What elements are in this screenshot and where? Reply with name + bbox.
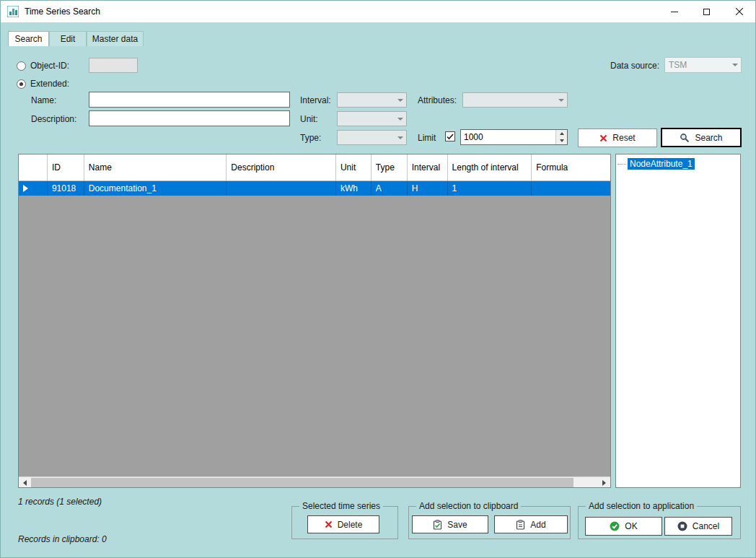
extended-label: Extended:: [30, 79, 69, 89]
red-x-icon: [325, 520, 333, 528]
interval-combo: [337, 92, 407, 108]
limit-checkbox[interactable]: [445, 131, 455, 141]
ok-button-label: OK: [625, 521, 637, 531]
data-source-combo-arrow: [729, 58, 741, 72]
name-label: Name:: [31, 95, 56, 105]
cell-unit: kWh: [336, 181, 372, 196]
attribute-tree-panel: NodeAttribute_1: [615, 154, 741, 488]
clipboard-status: Records in clipboard: 0: [18, 534, 107, 544]
grid-header-selector: [19, 154, 48, 180]
scroll-right-button[interactable]: [598, 477, 610, 488]
grid-row-selected[interactable]: 91018 Documentation_1 kWh A H 1: [19, 181, 610, 196]
arrow-right-icon: [602, 480, 606, 486]
selected-time-series-group-title: Selected time series: [299, 501, 383, 511]
object-id-label: Object-ID:: [30, 61, 69, 71]
grid-header-id[interactable]: ID: [48, 154, 84, 180]
reset-button[interactable]: Reset: [578, 128, 657, 147]
arrow-up-icon: [560, 132, 564, 135]
attributes-label: Attributes:: [418, 95, 457, 105]
interval-label: Interval:: [300, 95, 331, 105]
current-row-arrow-icon: [23, 185, 28, 192]
grid-header-name[interactable]: Name: [84, 154, 227, 180]
time-series-search-window: Time Series Search Search Edit Master da…: [0, 0, 756, 558]
limit-input[interactable]: [461, 130, 555, 144]
clipboard-add-icon: [516, 520, 525, 530]
type-combo: [337, 130, 407, 145]
unit-label: Unit:: [300, 114, 318, 124]
data-source-value: TSM: [665, 60, 729, 70]
spinner-down-button[interactable]: [556, 137, 567, 144]
tab-search[interactable]: Search: [8, 31, 49, 46]
search-button[interactable]: Search: [661, 128, 742, 147]
grid-empty-area: [19, 196, 610, 476]
tab-edit[interactable]: Edit: [49, 31, 87, 46]
stop-icon: [677, 521, 687, 531]
spinner-up-button[interactable]: [556, 130, 567, 137]
chevron-down-icon: [397, 118, 403, 121]
chevron-down-icon: [558, 99, 564, 102]
grid-header-row: ID Name Description Unit Type Interval L…: [19, 154, 610, 181]
tab-master-data[interactable]: Master data: [87, 31, 144, 46]
chevron-down-icon: [397, 136, 403, 139]
delete-button-label: Delete: [338, 520, 363, 530]
scroll-left-button[interactable]: [19, 477, 31, 488]
delete-button[interactable]: Delete: [307, 515, 379, 533]
chevron-down-icon: [732, 64, 738, 66]
minimize-icon: [671, 12, 678, 12]
data-source-label: Data source:: [610, 61, 659, 71]
cell-name: Documentation_1: [84, 181, 227, 196]
extended-radio[interactable]: [17, 79, 26, 89]
search-button-label: Search: [695, 133, 722, 143]
maximize-icon: [703, 9, 710, 15]
row-selector-cell: [19, 181, 48, 196]
grid-header-description[interactable]: Description: [227, 154, 336, 180]
name-input[interactable]: [89, 92, 290, 108]
add-button-label: Add: [530, 520, 545, 530]
window-controls: [658, 1, 755, 22]
cell-type: A: [372, 181, 408, 196]
object-id-radio[interactable]: [17, 61, 26, 71]
interval-combo-arrow: [395, 93, 406, 107]
results-grid: ID Name Description Unit Type Interval L…: [18, 154, 611, 488]
tab-search-label: Search: [14, 34, 42, 44]
scrollbar-thumb[interactable]: [31, 478, 573, 487]
description-label: Description:: [31, 114, 76, 124]
arrow-down-icon: [560, 139, 564, 142]
grid-header-type[interactable]: Type: [372, 154, 408, 180]
data-source-combo: TSM: [664, 57, 742, 73]
object-id-field: [89, 58, 138, 73]
check-icon: [447, 134, 454, 140]
cell-description: [227, 181, 336, 196]
grid-header-interval[interactable]: Interval: [408, 154, 448, 180]
limit-stepper: [460, 129, 568, 145]
tree-item-node-attribute[interactable]: NodeAttribute_1: [617, 157, 739, 170]
minimize-button[interactable]: [658, 1, 690, 22]
cancel-button[interactable]: Cancel: [664, 517, 732, 536]
tree-branch-line: [617, 164, 626, 165]
maximize-button[interactable]: [690, 1, 723, 22]
ok-button[interactable]: OK: [585, 517, 662, 536]
cell-formula: [532, 181, 610, 196]
arrow-left-icon: [23, 480, 27, 486]
save-button-label: Save: [447, 520, 467, 530]
grid-header-formula[interactable]: Formula: [532, 154, 610, 180]
records-status: 1 records (1 selected): [18, 497, 102, 507]
add-button[interactable]: Add: [494, 515, 568, 533]
close-button[interactable]: [723, 1, 755, 22]
cell-length-of-interval: 1: [448, 181, 532, 196]
cell-interval: H: [408, 181, 448, 196]
close-icon: [736, 8, 743, 15]
save-button[interactable]: Save: [412, 515, 488, 533]
grid-header-length-of-interval[interactable]: Length of interval: [448, 154, 532, 180]
add-to-clipboard-group-title: Add selection to clipboard: [416, 501, 521, 511]
description-input[interactable]: [89, 110, 290, 126]
horizontal-scrollbar[interactable]: [19, 476, 610, 487]
search-icon: [680, 133, 690, 143]
window-title: Time Series Search: [25, 6, 100, 17]
chevron-down-icon: [397, 99, 403, 102]
attributes-combo: [462, 92, 568, 108]
titlebar[interactable]: Time Series Search: [1, 1, 755, 22]
tree-item-label: NodeAttribute_1: [628, 158, 695, 170]
app-chart-icon: [7, 6, 19, 17]
grid-header-unit[interactable]: Unit: [336, 154, 372, 180]
